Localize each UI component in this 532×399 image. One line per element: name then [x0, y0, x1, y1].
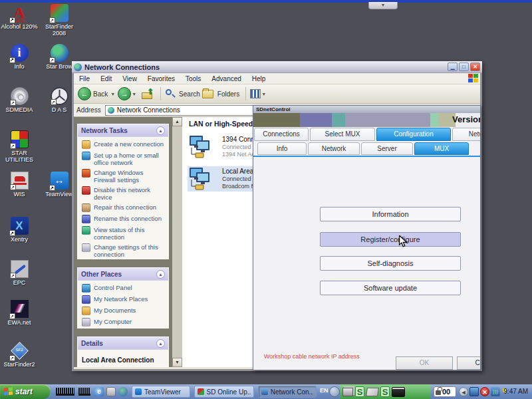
- task-rename-connection[interactable]: Rename this connection: [82, 215, 166, 223]
- task-create-connection[interactable]: Create a new connection: [82, 140, 166, 149]
- back-icon[interactable]: ←: [78, 87, 91, 100]
- tab-connections[interactable]: Connections: [254, 128, 309, 141]
- information-button[interactable]: Information: [320, 207, 461, 221]
- menu-view[interactable]: View: [117, 75, 142, 82]
- task-disable-device[interactable]: Disable this network device: [82, 186, 166, 201]
- folders-icon[interactable]: [202, 90, 213, 98]
- hide-icons-icon[interactable]: ◄: [459, 387, 468, 396]
- self-diagnosis-button[interactable]: Self-diagnosis: [320, 256, 461, 271]
- other-places-header[interactable]: Other Places ▲: [78, 268, 168, 281]
- taskbar-button-network-connections[interactable]: Network Con...: [258, 386, 317, 398]
- taskbar-button-sd-online[interactable]: SD Online Up...: [194, 386, 254, 398]
- menu-file[interactable]: File: [74, 75, 95, 82]
- desktop-icon-sdmedia[interactable]: ↗ SDMEDIA: [0, 87, 39, 113]
- desktop-icon-starfinder2[interactable]: SF2↗ StarFinder2: [0, 342, 39, 368]
- task-change-settings[interactable]: Change settings of this connection: [82, 243, 166, 258]
- back-label[interactable]: Back: [93, 90, 108, 98]
- place-my-network-places[interactable]: My Network Places: [82, 295, 166, 304]
- register-configure-button[interactable]: Register/configure: [320, 232, 461, 247]
- teamviewer-icon: [135, 388, 142, 395]
- rubik-cube-icon: ↗: [11, 130, 29, 148]
- close-button[interactable]: ✕: [470, 63, 480, 71]
- views-icon[interactable]: [250, 89, 261, 98]
- dialog-title[interactable]: SDnetControl: [253, 106, 480, 113]
- toolbar-separator: [245, 87, 246, 100]
- cancel-button[interactable]: Cancel: [457, 356, 481, 370]
- desktop-icon-starfinder2008[interactable]: ↗ StarFinder 2008: [40, 4, 78, 37]
- forward-icon[interactable]: →: [118, 87, 131, 100]
- desktop-icon-wis[interactable]: ↗ WIS: [0, 172, 39, 198]
- shortcut-arrow-icon: ↗: [9, 17, 15, 23]
- up-folder-icon[interactable]: ⬆: [142, 88, 154, 99]
- back-dropdown-icon[interactable]: ▼: [110, 92, 115, 96]
- chevron-up-icon[interactable]: ▲: [156, 270, 165, 279]
- views-dropdown-icon[interactable]: ▼: [261, 92, 266, 96]
- folders-label[interactable]: Folders: [217, 90, 239, 98]
- chevron-up-icon[interactable]: ▲: [156, 339, 165, 348]
- taskbar-button-teamviewer[interactable]: TeamViewer: [132, 386, 190, 398]
- desktop: ▼ A120%↗ Alcohol 120% ↗ StarFinder 2008 …: [0, 0, 532, 399]
- tab-configuration[interactable]: Configuration: [376, 128, 451, 141]
- network-tray-icon[interactable]: [469, 387, 479, 396]
- menu-favorites[interactable]: Favorites: [142, 75, 180, 82]
- sd-online-icon: [198, 388, 204, 395]
- info-icon: i↗: [11, 44, 29, 62]
- minimize-button[interactable]: ▁: [448, 63, 458, 71]
- network-computers-icon: [188, 134, 217, 160]
- software-update-button[interactable]: Software update: [320, 281, 461, 295]
- task-firewall-settings[interactable]: Change Windows Firewall settings: [82, 169, 166, 184]
- internet-explorer-icon[interactable]: e: [94, 387, 104, 396]
- tab-info[interactable]: Info: [257, 142, 307, 155]
- shortcut-arrow-icon: ↗: [9, 355, 15, 361]
- place-my-computer[interactable]: My Computer: [82, 318, 166, 327]
- tab-mux[interactable]: MUX: [414, 142, 469, 155]
- details-header[interactable]: Details ▲: [78, 337, 168, 350]
- network-tasks-header[interactable]: Network Tasks ▲: [78, 124, 168, 137]
- window-title: Network Connections: [84, 63, 446, 71]
- menu-help[interactable]: Help: [247, 75, 271, 82]
- keyboard-icon[interactable]: [56, 388, 74, 396]
- menu-advanced[interactable]: Advanced: [206, 75, 246, 82]
- scroll-down-icon[interactable]: ▼: [172, 358, 182, 367]
- language-indicator[interactable]: EN: [320, 387, 329, 394]
- menu-tools[interactable]: Tools: [180, 75, 206, 82]
- desktop-icon-ewanet[interactable]: ↗ EWA.net: [0, 300, 39, 326]
- tab-network-sub[interactable]: Network: [308, 142, 360, 155]
- desktop-icon-xentry[interactable]: X↗ Xentry: [0, 217, 39, 243]
- desktop-icon-alcohol[interactable]: A120%↗ Alcohol 120%: [0, 4, 39, 30]
- place-my-documents[interactable]: My Documents: [82, 307, 166, 315]
- task-setup-network[interactable]: Set up a home or small office network: [82, 152, 166, 166]
- sdconnect-s-icon: S: [380, 386, 390, 397]
- desktop-icon-epc[interactable]: ↗ EPC: [0, 260, 39, 286]
- tab-network[interactable]: Network: [452, 128, 481, 141]
- show-desktop-icon[interactable]: [106, 387, 116, 396]
- task-view-status[interactable]: View status of this connection: [82, 226, 166, 241]
- chevron-up-icon[interactable]: ▲: [156, 126, 165, 135]
- search-label[interactable]: Search: [179, 90, 200, 98]
- start-button[interactable]: start: [0, 384, 51, 399]
- toolbar: ← Back ▼ → ▼ ⬆ Search Folders ▼: [74, 84, 480, 104]
- scroll-up-icon[interactable]: ▲: [172, 117, 182, 126]
- forward-dropdown-icon[interactable]: ▼: [132, 92, 136, 96]
- maximize-button[interactable]: □: [459, 63, 469, 71]
- place-control-panel[interactable]: Control Panel: [82, 284, 166, 293]
- disconnected-icon[interactable]: ✕: [480, 387, 489, 396]
- tab-server[interactable]: Server: [361, 142, 413, 155]
- desktop-icon-info[interactable]: i↗ Info: [0, 44, 39, 70]
- window-titlebar[interactable]: Network Connections ▁ □ ✕: [72, 61, 482, 73]
- menu-edit[interactable]: Edit: [95, 75, 117, 82]
- browser-globe-icon[interactable]: [118, 387, 128, 396]
- task-repair-connection[interactable]: Repair this connection: [82, 203, 166, 212]
- teamviewer-panel-tab[interactable]: ▼: [368, 2, 398, 9]
- tab-select-mux[interactable]: Select MUX: [310, 128, 375, 141]
- sdconnect-tray-panel[interactable]: S S: [340, 384, 431, 399]
- vertical-scrollbar[interactable]: ▲ ▼: [172, 117, 182, 367]
- numpad-icon[interactable]: [78, 388, 90, 396]
- audio-signal-icon[interactable]: ))): [491, 387, 500, 396]
- search-icon[interactable]: [165, 88, 176, 99]
- lock-counter[interactable]: 00: [434, 386, 456, 397]
- key-icon: ↗: [11, 260, 29, 278]
- ok-button[interactable]: OK: [396, 356, 453, 370]
- desktop-icon-star-utilities[interactable]: ↗ STAR UTILITIES: [0, 130, 39, 163]
- tray-round-icon[interactable]: [329, 386, 340, 397]
